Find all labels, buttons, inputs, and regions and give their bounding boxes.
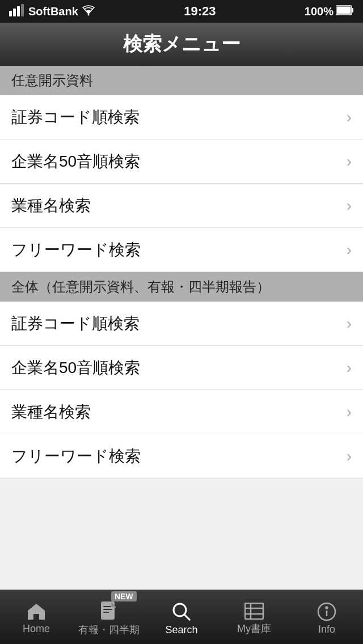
tab-yuko-label: 有報・四半期 xyxy=(78,623,140,637)
status-bar-time: 19:23 xyxy=(184,4,216,19)
content-area: 任意開示資料 証券コード順検索 › 企業名50音順検索 › 業種名検索 › フリ… xyxy=(0,66,363,590)
list-item-label-1-1: 証券コード順検索 xyxy=(11,107,140,128)
doc-icon xyxy=(101,601,117,623)
svg-rect-15 xyxy=(245,603,263,619)
status-bar-right: 100% xyxy=(305,5,354,18)
tab-search[interactable]: Search xyxy=(145,590,218,644)
list-item-label-1-2: 企業名50音順検索 xyxy=(11,151,140,172)
list-item-2-1[interactable]: 証券コード順検索 › xyxy=(0,302,363,346)
mylib-icon xyxy=(244,603,264,622)
nav-bar-title: 検索メニュー xyxy=(123,31,240,57)
chevron-icon-1-2: › xyxy=(347,152,352,171)
info-icon xyxy=(317,602,336,624)
navigation-bar: 検索メニュー xyxy=(0,23,363,66)
wifi-icon xyxy=(82,5,95,19)
home-icon xyxy=(27,603,46,623)
svg-rect-7 xyxy=(336,6,351,14)
svg-point-21 xyxy=(326,607,328,609)
battery-icon xyxy=(336,5,354,18)
section-header-2: 全体（任意開示資料、有報・四半期報告） xyxy=(0,272,363,302)
chevron-icon-2-4: › xyxy=(347,447,352,465)
tab-mylib-label: My書庫 xyxy=(237,622,271,635)
tab-home[interactable]: Home xyxy=(0,590,73,644)
tab-bar: Home NEW 有報・四半期 Search xyxy=(0,590,363,644)
signal-icon xyxy=(9,4,25,19)
list-item-1-1[interactable]: 証券コード順検索 › xyxy=(0,95,363,139)
new-badge: NEW xyxy=(111,591,137,601)
tab-search-label: Search xyxy=(165,624,197,636)
status-bar: SoftBank 19:23 100% xyxy=(0,0,363,23)
tab-yuko[interactable]: NEW 有報・四半期 xyxy=(73,590,145,644)
list-item-label-1-3: 業種名検索 xyxy=(11,195,91,217)
list-item-2-3[interactable]: 業種名検索 › xyxy=(0,390,363,434)
list-item-label-2-1: 証券コード順検索 xyxy=(11,313,140,334)
chevron-icon-1-3: › xyxy=(347,197,352,215)
chevron-icon-2-2: › xyxy=(347,359,352,377)
svg-rect-12 xyxy=(103,612,109,613)
list-item-label-2-4: フリーワード検索 xyxy=(11,446,141,467)
battery-label: 100% xyxy=(305,5,334,18)
chevron-icon-2-1: › xyxy=(347,315,352,333)
svg-line-14 xyxy=(184,615,190,620)
list-item-2-4[interactable]: フリーワード検索 › xyxy=(0,434,363,478)
svg-rect-3 xyxy=(21,4,24,16)
chevron-icon-1-1: › xyxy=(347,108,352,126)
svg-point-13 xyxy=(174,604,186,616)
list-item-2-2[interactable]: 企業名50音順検索 › xyxy=(0,346,363,390)
svg-rect-0 xyxy=(9,11,12,16)
status-bar-left: SoftBank xyxy=(9,4,95,19)
list-item-label-1-4: フリーワード検索 xyxy=(11,239,141,261)
search-icon xyxy=(171,601,192,624)
carrier-label: SoftBank xyxy=(28,5,78,18)
svg-point-4 xyxy=(87,14,89,15)
list-item-1-3[interactable]: 業種名検索 › xyxy=(0,184,363,228)
svg-rect-6 xyxy=(352,8,353,12)
tab-info-label: Info xyxy=(318,624,335,635)
chevron-icon-2-3: › xyxy=(347,403,352,421)
svg-rect-2 xyxy=(17,6,20,16)
tab-mylib[interactable]: My書庫 xyxy=(218,590,290,644)
tab-home-label: Home xyxy=(23,623,50,635)
tab-info[interactable]: Info xyxy=(290,590,363,644)
svg-rect-11 xyxy=(103,609,112,610)
section-header-1: 任意開示資料 xyxy=(0,66,363,95)
chevron-icon-1-4: › xyxy=(347,241,352,259)
list-item-label-2-3: 業種名検索 xyxy=(11,401,91,423)
list-item-1-4[interactable]: フリーワード検索 › xyxy=(0,228,363,272)
list-item-label-2-2: 企業名50音順検索 xyxy=(11,357,140,379)
list-item-1-2[interactable]: 企業名50音順検索 › xyxy=(0,139,363,184)
svg-rect-1 xyxy=(13,9,16,16)
